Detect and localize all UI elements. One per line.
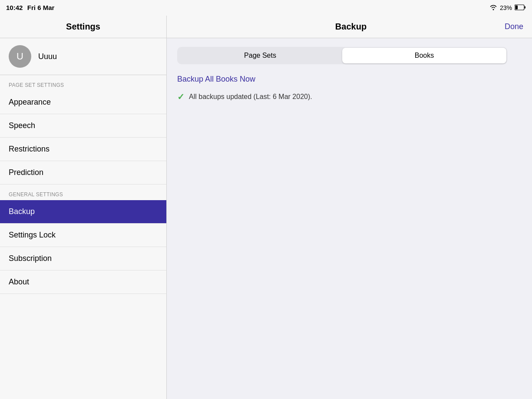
sidebar-item-backup[interactable]: Backup [0, 200, 166, 224]
page-set-section-header: PAGE SET SETTINGS [0, 75, 166, 91]
sidebar-item-subscription[interactable]: Subscription [0, 247, 166, 270]
sidebar-title: Settings [0, 16, 166, 38]
status-icons: 23% [489, 4, 526, 12]
status-bar: 10:42 Fri 6 Mar 23% [0, 0, 532, 16]
content-title: Backup [197, 22, 505, 32]
backup-status-row: ✓ All backups updated (Last: 6 Mar 2020)… [177, 92, 522, 102]
battery-percent: 23% [500, 4, 512, 11]
svg-rect-1 [525, 6, 526, 8]
backup-status-text: All backups updated (Last: 6 Mar 2020). [189, 93, 312, 101]
general-section-header: GENERAL SETTINGS [0, 185, 166, 200]
status-time-date: 10:42 Fri 6 Mar [6, 4, 54, 12]
avatar: U [9, 45, 31, 68]
tab-segmented-control: Page Sets Books [177, 47, 507, 64]
sidebar-item-restrictions[interactable]: Restrictions [0, 138, 166, 161]
sidebar-item-prediction[interactable]: Prediction [0, 161, 166, 185]
status-date: Fri 6 Mar [27, 4, 55, 11]
user-profile[interactable]: U Uuuu [0, 38, 166, 75]
content-header: Backup Done [167, 16, 532, 38]
sidebar-item-settings-lock[interactable]: Settings Lock [0, 224, 166, 247]
status-time: 10:42 [6, 4, 23, 11]
battery-icon [515, 4, 526, 12]
content-body: Page Sets Books Backup All Books Now ✓ A… [167, 38, 532, 399]
sidebar-item-appearance[interactable]: Appearance [0, 91, 166, 114]
done-button[interactable]: Done [505, 22, 523, 31]
tab-page-sets[interactable]: Page Sets [178, 48, 342, 63]
wifi-icon [489, 4, 497, 12]
content-area: Backup Done Page Sets Books Backup All B… [167, 16, 532, 399]
check-icon: ✓ [177, 92, 185, 102]
svg-rect-2 [515, 5, 518, 9]
backup-all-books-link[interactable]: Backup All Books Now [177, 75, 522, 84]
tab-books[interactable]: Books [342, 48, 506, 63]
sidebar: Settings U Uuuu PAGE SET SETTINGS Appear… [0, 16, 167, 399]
user-name: Uuuu [38, 52, 57, 61]
main-layout: Settings U Uuuu PAGE SET SETTINGS Appear… [0, 16, 532, 399]
sidebar-item-speech[interactable]: Speech [0, 114, 166, 138]
sidebar-item-about[interactable]: About [0, 270, 166, 294]
